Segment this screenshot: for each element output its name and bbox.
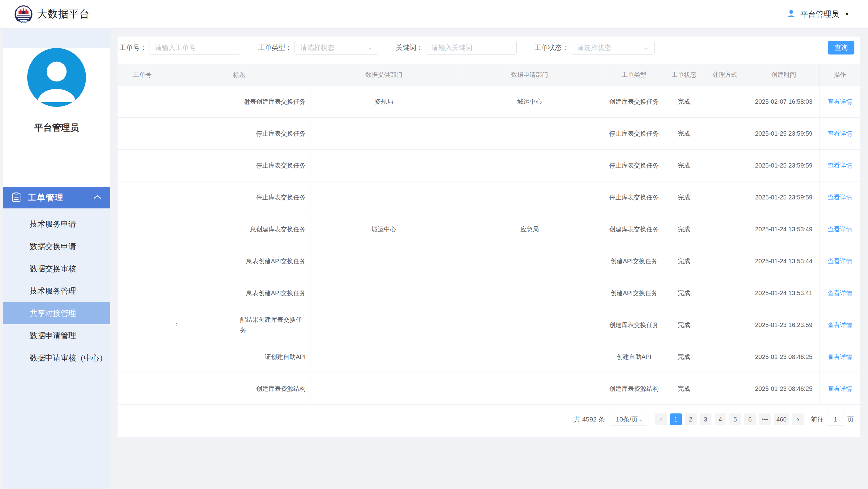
cell-title: 创建库表资源结构 bbox=[167, 373, 311, 404]
prev-page-button[interactable]: ‹ bbox=[655, 413, 667, 425]
cell-method bbox=[702, 181, 748, 213]
cell-method bbox=[702, 86, 748, 117]
view-details-link[interactable]: 查看详情 bbox=[828, 225, 852, 233]
cell-method bbox=[702, 341, 748, 373]
user-menu[interactable]: 平台管理员 ▼ bbox=[787, 9, 849, 20]
order-no-input[interactable] bbox=[149, 41, 240, 55]
table-row: 创建库表资源结构 创建库表资源结构 完成 2025-01-23 08:46:25… bbox=[118, 373, 860, 405]
profile-card: 平台管理员 bbox=[3, 48, 110, 187]
view-details-link[interactable]: 查看详情 bbox=[828, 289, 852, 297]
order-no-label: 工单号： bbox=[119, 43, 147, 52]
sidebar-menu-item[interactable]: 数据交换审核 bbox=[3, 257, 110, 280]
cell-order-no bbox=[118, 181, 167, 213]
page-number-button[interactable]: ••• bbox=[759, 413, 771, 425]
cell-action: 查看详情 bbox=[820, 86, 860, 117]
sidebar-menu-header[interactable]: 工单管理 bbox=[3, 187, 110, 208]
cell-created: 2025-02-07 16:58:03 bbox=[748, 86, 820, 117]
col-header-status: 工单状态 bbox=[666, 64, 702, 86]
table-row: 停止库表交换任务 停止库表交换任务 完成 2025-01-25 23:59:59… bbox=[118, 118, 860, 150]
cell-created: 2025-01-23 08:46:25 bbox=[748, 373, 820, 404]
view-details-link[interactable]: 查看详情 bbox=[828, 385, 852, 393]
cell-method bbox=[702, 309, 748, 341]
cell-created: 2025-01-25 23:59:59 bbox=[748, 150, 820, 181]
sidebar-menu-item[interactable]: 数据申请审核（中心） bbox=[3, 347, 110, 369]
total-count: 共 4592 条 bbox=[574, 415, 605, 424]
col-header-method: 处理方式 bbox=[702, 64, 748, 86]
cell-applicant bbox=[457, 341, 602, 373]
cell-order-no bbox=[118, 277, 167, 309]
cell-title: 停止库表交换任务 bbox=[167, 150, 311, 181]
view-details-link[interactable]: 查看详情 bbox=[828, 97, 852, 106]
redacted-remnant: ： bbox=[174, 320, 179, 328]
cell-status: 完成 bbox=[666, 277, 702, 309]
chevron-down-icon: ⌄ bbox=[639, 416, 643, 423]
svg-text:SUZHOU: SUZHOU bbox=[18, 20, 29, 23]
work-order-table: 工单号 标题 数据提供部门 数据申请部门 工单类型 工单状态 处理方式 创建时间… bbox=[118, 64, 860, 405]
chevron-down-icon: ⌄ bbox=[644, 45, 649, 51]
cell-provider bbox=[311, 373, 457, 404]
cell-title: 停止库表交换任务 bbox=[167, 118, 311, 149]
page-number-button[interactable]: 2 bbox=[685, 413, 696, 425]
page-number-button[interactable]: 1 bbox=[670, 413, 682, 425]
cell-applicant: 城运中心 bbox=[457, 86, 602, 117]
view-details-link[interactable]: 查看详情 bbox=[828, 353, 852, 361]
page-number-button[interactable]: 460 bbox=[774, 413, 789, 425]
col-header-title: 标题 bbox=[167, 64, 311, 86]
cell-method bbox=[702, 373, 748, 404]
cell-provider bbox=[311, 309, 457, 341]
col-header-created: 创建时间 bbox=[748, 64, 820, 86]
cell-action: 查看详情 bbox=[820, 150, 860, 181]
cell-status: 完成 bbox=[666, 213, 702, 245]
page-number-button[interactable]: 5 bbox=[730, 413, 741, 425]
cell-method bbox=[702, 213, 748, 245]
page-size-select[interactable]: 10条/页 ⌄ bbox=[611, 413, 647, 426]
table-header-row: 工单号 标题 数据提供部门 数据申请部门 工单类型 工单状态 处理方式 创建时间… bbox=[118, 64, 860, 86]
sidebar-menu-item[interactable]: 技术服务申请 bbox=[3, 213, 110, 235]
cell-type: 停止库表交换任务 bbox=[602, 150, 666, 181]
cell-action: 查看详情 bbox=[820, 373, 860, 404]
order-status-select[interactable]: 请选择状态 ⌄ bbox=[571, 41, 655, 55]
cell-order-no bbox=[118, 309, 167, 341]
cell-status: 完成 bbox=[666, 245, 702, 277]
clipboard-icon bbox=[12, 192, 21, 203]
page-number-button[interactable]: 6 bbox=[744, 413, 756, 425]
page-number-button[interactable]: 3 bbox=[700, 413, 711, 425]
view-details-link[interactable]: 查看详情 bbox=[828, 193, 852, 202]
cell-type: 创建API交换任务 bbox=[602, 245, 666, 277]
cell-status: 完成 bbox=[666, 341, 702, 373]
cell-type: 创建自助API bbox=[602, 341, 666, 373]
table-row: 射表创建库表交换任务 资规局 城运中心 创建库表交换任务 完成 2025-02-… bbox=[118, 86, 860, 118]
sidebar-menu-item[interactable]: 共享对接管理 bbox=[3, 302, 110, 324]
cell-action: 查看详情 bbox=[820, 181, 860, 213]
cell-action: 查看详情 bbox=[820, 213, 860, 245]
sidebar-menu-item[interactable]: 数据申请管理 bbox=[3, 324, 110, 347]
view-details-link[interactable]: 查看详情 bbox=[828, 321, 852, 329]
keyword-input[interactable] bbox=[426, 41, 517, 55]
cell-method bbox=[702, 277, 748, 309]
col-header-applicant: 数据申请部门 bbox=[457, 64, 602, 86]
goto-page-input[interactable] bbox=[827, 413, 844, 426]
cell-method bbox=[702, 150, 748, 181]
table-row: ： 配结果创建库表交换任务 创建库表交换任务 完成 2025-01-23 16:… bbox=[118, 309, 860, 341]
sidebar-menu-item[interactable]: 数据交换申请 bbox=[3, 235, 110, 257]
view-details-link[interactable]: 查看详情 bbox=[828, 257, 852, 265]
sidebar-menu-item[interactable]: 技术服务管理 bbox=[3, 280, 110, 302]
order-type-select[interactable]: 请选择状态 ⌄ bbox=[294, 41, 378, 55]
cell-created: 2025-01-23 08:46:25 bbox=[748, 341, 820, 373]
table-body: 射表创建库表交换任务 资规局 城运中心 创建库表交换任务 完成 2025-02-… bbox=[118, 86, 860, 405]
cell-applicant: 应急局 bbox=[457, 213, 602, 245]
cell-title: 息表创建API交换任务 bbox=[167, 277, 311, 309]
page-number-button[interactable]: 4 bbox=[715, 413, 726, 425]
cell-status: 完成 bbox=[666, 118, 702, 149]
profile-name: 平台管理员 bbox=[3, 122, 110, 134]
pagination: 共 4592 条 10条/页 ⌄ ‹ 1 2 3 4 5 6 ••• 460 ›… bbox=[118, 413, 860, 426]
user-name: 平台管理员 bbox=[800, 9, 839, 19]
search-button[interactable]: 查询 bbox=[828, 41, 855, 55]
next-page-button[interactable]: › bbox=[792, 413, 804, 425]
cell-order-no bbox=[118, 118, 167, 149]
cell-created: 2025-01-23 16:23:59 bbox=[748, 309, 820, 341]
view-details-link[interactable]: 查看详情 bbox=[828, 161, 852, 170]
cell-title: 息创建库表交换任务 bbox=[167, 213, 311, 245]
cell-type: 停止库表交换任务 bbox=[602, 118, 666, 149]
view-details-link[interactable]: 查看详情 bbox=[828, 130, 852, 138]
